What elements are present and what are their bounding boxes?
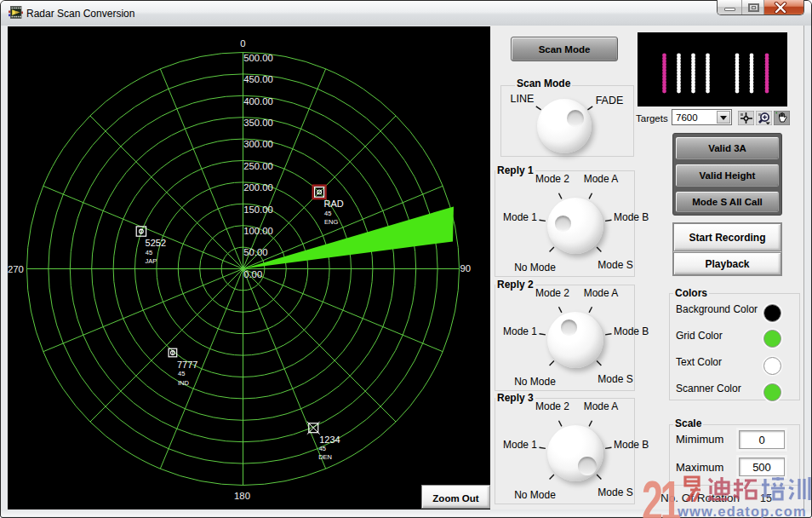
svg-text:JAP: JAP xyxy=(146,257,157,265)
svg-text:5252: 5252 xyxy=(146,238,166,248)
svg-text:300.00: 300.00 xyxy=(243,139,273,149)
svg-text:45: 45 xyxy=(324,210,331,217)
svg-text:0: 0 xyxy=(240,38,245,49)
svg-text:250.00: 250.00 xyxy=(243,161,273,171)
svg-text:45: 45 xyxy=(178,370,185,377)
svg-text:7777: 7777 xyxy=(177,360,197,370)
svg-text:350.00: 350.00 xyxy=(243,118,273,128)
svg-text:1234: 1234 xyxy=(319,435,340,445)
svg-text:RAD: RAD xyxy=(324,199,344,209)
svg-text:DEN: DEN xyxy=(318,453,332,461)
svg-text:180: 180 xyxy=(234,491,250,501)
svg-text:400.00: 400.00 xyxy=(243,96,273,106)
svg-text:270: 270 xyxy=(8,264,24,274)
svg-text:50.00: 50.00 xyxy=(243,247,267,257)
svg-text:200.00: 200.00 xyxy=(243,182,273,193)
svg-text:90: 90 xyxy=(460,263,472,273)
svg-text:IND: IND xyxy=(178,379,190,387)
svg-text:ENG: ENG xyxy=(324,218,338,226)
svg-text:45: 45 xyxy=(319,445,326,452)
svg-text:500.00: 500.00 xyxy=(243,53,273,63)
svg-text:0.00: 0.00 xyxy=(243,269,262,279)
svg-text:45: 45 xyxy=(146,249,152,256)
svg-text:150.00: 150.00 xyxy=(243,204,273,215)
svg-text:100.00: 100.00 xyxy=(243,226,273,236)
svg-text:450.00: 450.00 xyxy=(243,74,273,84)
